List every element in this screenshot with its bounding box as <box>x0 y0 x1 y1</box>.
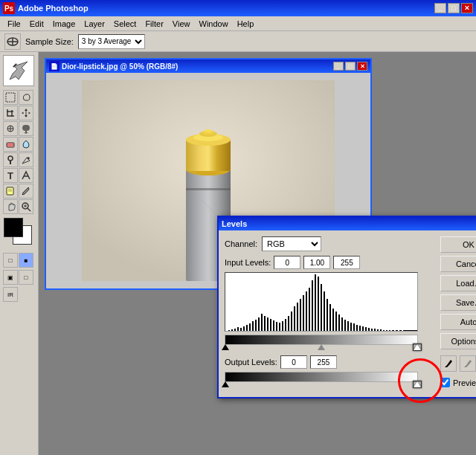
load-button[interactable]: Load... <box>440 275 476 291</box>
save-button[interactable]: Save... <box>440 294 476 311</box>
menu-select[interactable]: Select <box>109 18 141 30</box>
menu-image[interactable]: Image <box>48 18 80 30</box>
svg-rect-47 <box>267 317 268 332</box>
tool-row-1 <box>3 90 35 105</box>
channel-select[interactable]: RGB Red Green Blue <box>262 236 321 251</box>
image-maximize-btn[interactable]: □ <box>345 62 356 71</box>
svg-rect-83 <box>374 329 376 332</box>
preview-checkbox[interactable] <box>440 378 450 387</box>
sample-size-label: Sample Size: <box>25 37 74 46</box>
foreground-color-swatch[interactable] <box>4 218 23 237</box>
full-screen[interactable]: □ <box>19 270 33 285</box>
maximize-button[interactable]: □ <box>448 3 460 13</box>
menu-bar: File Edit Image Layer Select Filter View… <box>0 16 476 31</box>
minimize-button[interactable]: _ <box>434 3 446 13</box>
svg-rect-34 <box>228 330 230 332</box>
dodge-tool[interactable] <box>3 152 18 167</box>
menu-view[interactable]: View <box>168 18 195 30</box>
svg-rect-81 <box>368 328 370 332</box>
title-bar-controls: _ □ ✕ <box>434 3 473 13</box>
svg-rect-51 <box>279 323 280 332</box>
hand-tool[interactable] <box>3 199 18 214</box>
preview-row: Preview <box>440 378 476 387</box>
menu-file[interactable]: File <box>3 18 25 30</box>
eraser-tool[interactable] <box>3 137 18 152</box>
input-gradient-slider[interactable] <box>225 335 418 345</box>
svg-point-12 <box>8 156 13 161</box>
sample-size-select[interactable]: 3 by 3 Average <box>78 34 145 49</box>
menu-filter[interactable]: Filter <box>141 18 167 30</box>
image-title: Dior-lipstick.jpg @ 50% (RGB/8#) <box>62 62 178 71</box>
input-max-field[interactable] <box>333 256 360 269</box>
options-bar: Sample Size: 3 by 3 Average <box>0 31 476 52</box>
quick-mask-on[interactable]: ■ <box>19 253 33 268</box>
zoom-tool[interactable] <box>19 199 33 214</box>
output-min-field[interactable] <box>280 355 307 369</box>
svg-rect-71 <box>338 314 340 332</box>
output-max-field[interactable] <box>310 355 337 369</box>
tool-row-7 <box>3 184 35 199</box>
tool-row-4 <box>3 137 35 152</box>
svg-rect-82 <box>371 329 373 332</box>
move-tool[interactable] <box>19 106 33 120</box>
menu-window[interactable]: Window <box>195 18 233 30</box>
midpoint-triangle[interactable] <box>318 344 325 350</box>
clone-tool[interactable] <box>19 121 33 136</box>
svg-rect-90 <box>396 330 398 332</box>
input-min-field[interactable] <box>274 256 300 269</box>
image-title-controls: _ □ ✕ <box>333 62 367 71</box>
blur-tool[interactable] <box>19 137 33 152</box>
image-minimize-btn[interactable]: _ <box>333 62 344 71</box>
ok-button[interactable]: OK <box>440 236 476 253</box>
tool-row-3 <box>3 121 35 136</box>
image-ready[interactable]: IR <box>3 287 18 302</box>
screen-mode[interactable]: ▣ <box>3 270 18 285</box>
levels-dialog: Levels ✕ Channel: RGB Red Green Blue <box>217 216 476 398</box>
output-gradient-slider[interactable] <box>225 372 418 382</box>
color-swatches[interactable] <box>4 218 35 246</box>
menu-help[interactable]: Help <box>233 18 259 30</box>
eyedropper-tool[interactable] <box>19 184 33 199</box>
notes-tool[interactable] <box>3 184 18 199</box>
white-point-triangle[interactable] <box>414 344 421 350</box>
svg-rect-48 <box>270 319 271 332</box>
svg-rect-65 <box>321 284 322 332</box>
input-mid-field[interactable] <box>303 256 330 269</box>
svg-rect-77 <box>356 325 358 332</box>
workspace: 📄 Dior-lipstick.jpg @ 50% (RGB/8#) _ □ ✕ <box>39 52 476 455</box>
path-tool[interactable] <box>19 168 33 183</box>
healing-tool[interactable] <box>3 121 18 136</box>
svg-rect-57 <box>297 303 298 332</box>
svg-rect-56 <box>294 306 295 332</box>
close-button[interactable]: ✕ <box>461 3 473 13</box>
quick-mask-off[interactable]: □ <box>3 253 18 268</box>
levels-left: Channel: RGB Red Green Blue Input Levels… <box>225 236 434 391</box>
options-button[interactable]: Options... <box>440 333 476 349</box>
svg-rect-70 <box>335 312 337 332</box>
lasso-tool[interactable] <box>19 90 33 105</box>
doc-icon: 📄 <box>49 61 60 71</box>
output-black-triangle[interactable] <box>222 381 229 387</box>
type-tool[interactable]: T <box>3 168 18 183</box>
marquee-tool[interactable] <box>3 90 18 105</box>
gray-eyedropper-btn[interactable] <box>460 355 476 372</box>
svg-rect-62 <box>312 280 313 332</box>
histogram <box>225 272 418 332</box>
auto-button[interactable]: Auto <box>440 314 476 330</box>
svg-rect-6 <box>6 93 15 102</box>
crop-tool[interactable] <box>3 106 18 120</box>
svg-rect-60 <box>306 291 307 332</box>
black-point-triangle[interactable] <box>222 344 229 350</box>
menu-edit[interactable]: Edit <box>25 18 48 30</box>
tool-row-5 <box>3 152 35 167</box>
menu-layer[interactable]: Layer <box>80 18 109 30</box>
cancel-button[interactable]: Cancel <box>440 256 476 272</box>
svg-text:Ps: Ps <box>4 4 14 13</box>
image-close-btn[interactable]: ✕ <box>357 62 367 71</box>
output-white-triangle[interactable] <box>414 381 421 387</box>
pen-tool[interactable] <box>19 152 33 167</box>
svg-rect-79 <box>362 326 364 332</box>
black-eyedropper-btn[interactable] <box>440 355 457 372</box>
svg-rect-50 <box>276 322 277 332</box>
tool-options-icon[interactable] <box>4 33 21 50</box>
